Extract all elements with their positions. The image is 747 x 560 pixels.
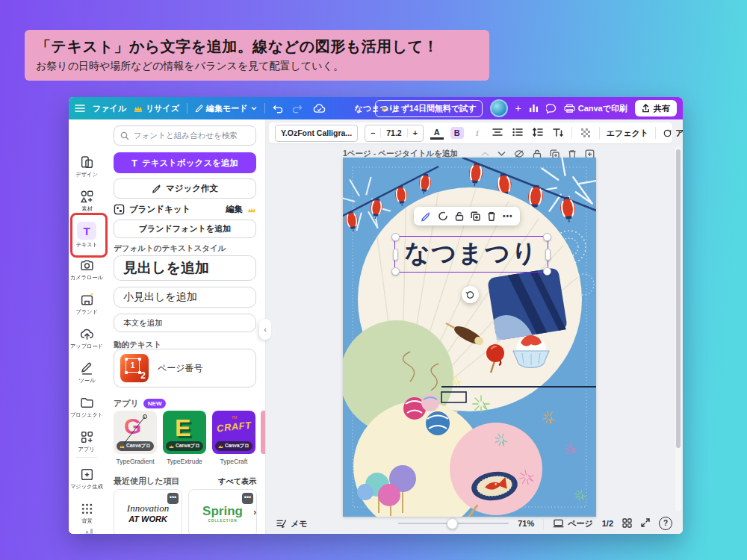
bold-button[interactable]: B bbox=[450, 127, 464, 139]
app-tile-typegradient[interactable]: G Canvaプロ bbox=[114, 411, 157, 454]
notes-button[interactable]: メモ bbox=[276, 518, 308, 529]
edit-mode-menu[interactable]: 編集モード bbox=[195, 103, 257, 114]
transparency-button[interactable] bbox=[579, 128, 592, 139]
app-tile-typeextrude[interactable]: E Canvaプロ bbox=[163, 411, 206, 454]
recent-item-spring[interactable]: ••• Spring COLLECTION bbox=[188, 489, 257, 534]
resize-handle-sw[interactable] bbox=[391, 267, 400, 276]
text-color-button[interactable]: A bbox=[430, 127, 444, 140]
italic-button[interactable]: I bbox=[471, 128, 484, 137]
page-number-card[interactable]: 1 2 ページ番号 bbox=[114, 349, 256, 388]
charts-icon-faded[interactable] bbox=[69, 526, 105, 534]
pink-circle[interactable] bbox=[450, 423, 542, 515]
app-tile-partial[interactable] bbox=[261, 411, 265, 454]
sidebar-item-elements[interactable]: 素材 bbox=[69, 184, 105, 218]
magic-write-button[interactable]: マジック作文 bbox=[114, 178, 256, 199]
add-textbox-button[interactable]: T テキストボックスを追加 bbox=[114, 152, 256, 173]
sidebar-item-apps[interactable]: アプリ bbox=[69, 424, 105, 458]
cloud-saved-icon[interactable] bbox=[313, 104, 326, 113]
magic-write-icon bbox=[152, 184, 161, 193]
recent-next-icon[interactable]: › bbox=[253, 506, 256, 517]
delete-icon[interactable] bbox=[487, 211, 496, 221]
divider bbox=[264, 103, 265, 113]
move-up-icon[interactable] bbox=[481, 151, 489, 157]
list-button[interactable] bbox=[511, 128, 524, 138]
sidebar-item-uploads[interactable]: アップロード bbox=[69, 321, 105, 355]
text-panel: フォントと組み合わせを検索 T テキストボックスを追加 マジック作文 ブランドキ… bbox=[105, 119, 266, 534]
jinbei-jacket[interactable] bbox=[487, 267, 568, 340]
undo-icon[interactable] bbox=[273, 104, 284, 113]
add-brand-font-button[interactable]: ブランドフォントを追加 bbox=[114, 220, 256, 238]
avatar[interactable] bbox=[490, 99, 508, 117]
font-size-value[interactable]: 71.2 bbox=[381, 128, 406, 137]
fullscreen-icon[interactable] bbox=[641, 518, 650, 529]
pages-icon bbox=[553, 519, 564, 528]
resize-handle-ne[interactable] bbox=[543, 233, 551, 241]
zoom-slider-thumb[interactable] bbox=[447, 518, 458, 529]
insights-icon[interactable] bbox=[529, 104, 539, 113]
divider bbox=[76, 457, 97, 458]
panel-collapse-icon[interactable]: ‹ bbox=[259, 319, 271, 340]
add-member-icon[interactable]: + bbox=[515, 102, 521, 114]
sidebar-item-camera-roll[interactable]: カメラロール bbox=[69, 252, 105, 287]
search-input[interactable]: フォントと組み合わせを検索 bbox=[114, 125, 256, 146]
sidebar-item-projects[interactable]: プロジェクト bbox=[69, 390, 105, 424]
selection-box[interactable] bbox=[394, 236, 548, 273]
brand-edit-link[interactable]: 編集 bbox=[226, 204, 243, 215]
add-body-text-button[interactable]: 本文を追加 bbox=[114, 314, 256, 332]
sidebar-item-brand[interactable]: ブランド bbox=[69, 287, 105, 321]
increase-font-icon[interactable]: + bbox=[407, 128, 423, 137]
more-options-icon[interactable]: ••• bbox=[242, 493, 253, 504]
resize-handle-se[interactable] bbox=[543, 267, 551, 276]
comments-icon[interactable] bbox=[546, 104, 557, 113]
magic-edit-icon[interactable] bbox=[421, 211, 431, 222]
more-options-icon[interactable]: ••• bbox=[167, 493, 179, 504]
crown-icon bbox=[247, 206, 256, 214]
duplicate-icon[interactable] bbox=[471, 211, 480, 221]
more-options-icon[interactable]: ••• bbox=[503, 212, 513, 220]
grid-view-icon[interactable] bbox=[622, 518, 632, 529]
resize-handle-e[interactable] bbox=[545, 249, 551, 261]
font-size-stepper[interactable]: − 71.2 + bbox=[365, 125, 424, 142]
zoom-level[interactable]: 71% bbox=[518, 519, 534, 528]
elements-icon bbox=[80, 190, 94, 204]
animate-button[interactable]: アニメーション bbox=[663, 128, 683, 139]
move-down-icon[interactable] bbox=[498, 151, 506, 157]
resize-handle-nw[interactable] bbox=[391, 233, 400, 241]
rotate-handle[interactable] bbox=[462, 286, 479, 303]
alignment-button[interactable] bbox=[491, 128, 504, 138]
print-button[interactable]: Canvaで印刷 bbox=[564, 103, 627, 114]
redo-icon[interactable] bbox=[291, 104, 303, 113]
vertical-text-button[interactable] bbox=[551, 128, 565, 139]
help-icon[interactable]: ? bbox=[659, 517, 672, 530]
brand-kit-row[interactable]: ブランドキット 編集 bbox=[114, 204, 256, 215]
effects-button[interactable]: エフェクト bbox=[607, 128, 648, 139]
divider bbox=[571, 127, 572, 139]
design-page[interactable]: なつまつり ••• bbox=[343, 158, 596, 517]
recent-item-innovation[interactable]: ••• Innovation AT WORK bbox=[114, 489, 182, 534]
sidebar-item-magic-media[interactable]: マジック生成 bbox=[69, 461, 105, 496]
comment-icon[interactable] bbox=[438, 211, 448, 221]
add-heading-button[interactable]: 見出しを追加 bbox=[114, 255, 256, 281]
upload-icon bbox=[80, 327, 94, 341]
zoom-slider[interactable] bbox=[398, 523, 509, 524]
unlock-icon[interactable] bbox=[455, 211, 464, 221]
pages-button[interactable]: ページ bbox=[553, 518, 593, 529]
file-menu[interactable]: ファイル bbox=[93, 103, 126, 114]
sidebar-item-design[interactable]: デザイン bbox=[69, 149, 105, 184]
sidebar-item-text[interactable]: T テキスト bbox=[69, 218, 105, 252]
app-tile-typecraft[interactable]: CRAFT TM Canvaプロ bbox=[212, 411, 255, 454]
decrease-font-icon[interactable]: − bbox=[365, 128, 381, 137]
menu-icon[interactable] bbox=[75, 104, 85, 113]
document-title[interactable]: なつまつり bbox=[355, 103, 397, 114]
sidebar-item-tools[interactable]: ツール bbox=[69, 355, 105, 390]
apps-next-icon[interactable]: › bbox=[252, 427, 255, 438]
see-all-link[interactable]: すべて表示 bbox=[218, 476, 256, 487]
share-button[interactable]: 共有 bbox=[635, 100, 677, 116]
divider bbox=[187, 103, 187, 113]
add-subheading-button[interactable]: 小見出しを追加 bbox=[114, 287, 256, 308]
spacing-button[interactable] bbox=[531, 128, 545, 138]
resize-handle-w[interactable] bbox=[393, 249, 398, 261]
resize-menu[interactable]: リサイズ bbox=[134, 103, 179, 114]
font-selector[interactable]: Y.OzFont Calligra... bbox=[275, 125, 358, 142]
scrollbar-thumb[interactable] bbox=[676, 149, 681, 448]
